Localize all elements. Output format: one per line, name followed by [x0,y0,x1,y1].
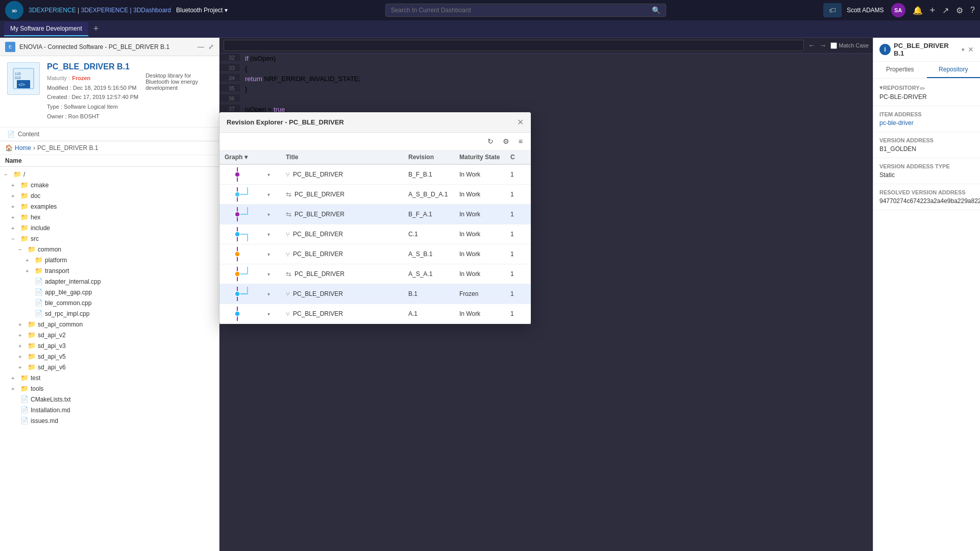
tree-toggle-icon[interactable]: + [18,354,26,360]
edit-repository-button[interactable]: ✏ [920,85,925,92]
tree-item[interactable]: +📁sd_api_v5 [0,351,219,362]
tree-toggle-icon[interactable]: + [11,225,18,231]
right-panel: i PC_BLE_DRIVER B.1 ▾ ✕ Properties Repos… [873,38,980,551]
tree-item[interactable]: +📁sd_api_v2 [0,330,219,340]
maturity-cell: In Work [459,270,510,278]
table-row[interactable]: ▾ ⑂ PC_BLE_DRIVER B_F_B.1 In Work 1 [219,165,531,185]
tree-item[interactable]: 📄adapter_internal.cpp [0,276,219,287]
search-input[interactable] [391,7,652,14]
tree-item[interactable]: +📁hex [0,212,219,222]
tree-toggle-icon[interactable]: + [11,375,18,381]
code-search-input[interactable] [224,40,804,51]
tree-item[interactable]: +📁cmake [0,180,219,190]
expand-row-icon[interactable]: ▾ [267,172,270,178]
expand-row-icon[interactable]: ▾ [267,232,270,237]
search-button[interactable]: 🔍 [652,6,660,14]
item-title: PC_BLE_DRIVER B.1 [47,62,138,71]
tree-item[interactable]: 📄Installation.md [0,405,219,415]
settings-icon[interactable]: ⚙ [956,6,963,15]
tree-toggle-icon[interactable]: + [11,204,18,210]
maximize-button[interactable]: ⤢ [208,43,214,51]
modal-table: ▾ ⑂ PC_BLE_DRIVER B_F_B.1 In Work 1 ▾ ⇆ … [219,165,531,324]
search-next-icon[interactable]: → [819,41,826,49]
tree-toggle-icon[interactable]: + [26,257,33,263]
add-tab-button[interactable]: + [90,23,102,34]
expand-row-icon[interactable]: ▾ [267,291,270,297]
add-icon[interactable]: + [930,5,936,16]
tree-item[interactable]: −📁common [0,244,219,255]
table-row[interactable]: ▾ ⇆ PC_BLE_DRIVER A_S_B_D_A.1 In Work 1 [219,185,531,205]
tree-item[interactable]: 📄app_ble_gap.cpp [0,287,219,297]
c-cell: 1 [510,270,526,278]
expand-row-icon[interactable]: ▾ [267,271,270,277]
share-icon[interactable]: ↗ [942,6,949,15]
tree-toggle-icon[interactable]: − [18,246,26,253]
list-options-button[interactable]: ≡ [516,136,526,147]
match-case-checkbox[interactable] [830,42,837,49]
table-row[interactable]: ▾ ⑂ PC_BLE_DRIVER A_S_B.1 In Work 1 [219,244,531,264]
file-tree[interactable]: −📁/+📁cmake+📁doc+📁examples+📁hex+📁include−… [0,167,219,551]
expand-row-icon[interactable]: ▾ [267,192,270,197]
tree-toggle-icon[interactable]: + [26,268,33,274]
row-title: PC_BLE_DRIVER [293,171,343,178]
tab-software-development[interactable]: My Software Development [4,22,88,36]
project-selector[interactable]: Bluetooth Project ▾ [176,7,228,14]
settings-button[interactable]: ⚙ [500,136,512,147]
tree-item[interactable]: 📄sd_rpc_impl.cpp [0,308,219,319]
c-cell: 1 [510,211,526,218]
tab-properties[interactable]: Properties [873,62,927,78]
breadcrumb-home[interactable]: Home [15,144,31,152]
tree-item[interactable]: −📁/ [0,169,219,180]
svg-point-16 [235,212,240,217]
line-number: 37 [219,105,240,112]
tree-item[interactable]: +📁include [0,222,219,233]
tab-repository[interactable]: Repository [927,62,981,78]
expand-row-icon[interactable]: ▾ [267,212,270,217]
tree-item[interactable]: +📁doc [0,190,219,201]
tree-toggle-icon[interactable]: + [18,364,26,370]
table-row[interactable]: ▾ ⑂ PC_BLE_DRIVER A.1 In Work 1 [219,304,531,324]
tree-item[interactable]: +📁sd_api_v3 [0,340,219,351]
tree-item[interactable]: 📄CMakeLists.txt [0,394,219,405]
search-prev-icon[interactable]: ← [808,41,815,49]
tree-item[interactable]: +📁sd_api_v6 [0,362,219,372]
expand-row-icon[interactable]: ▾ [267,311,270,317]
content-tab[interactable]: 📄 Content [0,128,219,141]
tree-item[interactable]: 📄issues.md [0,415,219,426]
tree-toggle-icon[interactable]: − [11,236,18,242]
minimize-button[interactable]: — [198,43,204,51]
notifications-icon[interactable]: 🔔 [913,6,923,15]
tree-toggle-icon[interactable]: + [11,214,18,220]
tree-toggle-icon[interactable]: + [18,343,26,349]
collapse-repository-icon[interactable]: ▾ [879,84,883,91]
collapse-panel-button[interactable]: ▾ [962,46,965,53]
help-icon[interactable]: ? [970,6,975,15]
bookmarks-button[interactable]: 🏷 [823,3,842,17]
tree-item[interactable]: +📁transport [0,265,219,276]
section-item-address: Item Address pc-ble-driver [873,106,980,132]
expand-row-icon[interactable]: ▾ [267,252,270,257]
tree-item[interactable]: +📁sd_api_common [0,319,219,330]
tree-toggle-icon[interactable]: + [11,182,18,188]
tree-item[interactable]: +📁platform [0,255,219,265]
table-row[interactable]: ▾ ⑂ PC_BLE_DRIVER B.1 Frozen 1 [219,284,531,304]
graph-cell: ▾ [225,247,286,261]
tree-item[interactable]: +📁examples [0,201,219,212]
table-row[interactable]: ▾ ⇆ PC_BLE_DRIVER A_S_A.1 In Work 1 [219,264,531,284]
tree-item[interactable]: +📁test [0,372,219,383]
close-panel-button[interactable]: ✕ [968,45,974,54]
tree-item[interactable]: +📁tools [0,383,219,394]
branch-icon: ⑂ [286,310,290,318]
modal-close-button[interactable]: ✕ [517,117,524,127]
table-row[interactable]: ▾ ⑂ PC_BLE_DRIVER C.1 In Work 1 [219,224,531,244]
table-row[interactable]: ▾ ⇆ PC_BLE_DRIVER B_F_A.1 In Work 1 [219,205,531,224]
refresh-button[interactable]: ↻ [484,136,497,147]
tree-toggle-icon[interactable]: + [11,386,18,392]
tree-toggle-icon[interactable]: − [4,171,11,178]
tree-item[interactable]: −📁src [0,233,219,244]
section-version-address-title: Version Address [879,137,974,143]
tree-toggle-icon[interactable]: + [18,332,26,338]
tree-toggle-icon[interactable]: + [11,193,18,199]
tree-toggle-icon[interactable]: + [18,321,26,328]
tree-item[interactable]: 📄ble_common.cpp [0,297,219,308]
